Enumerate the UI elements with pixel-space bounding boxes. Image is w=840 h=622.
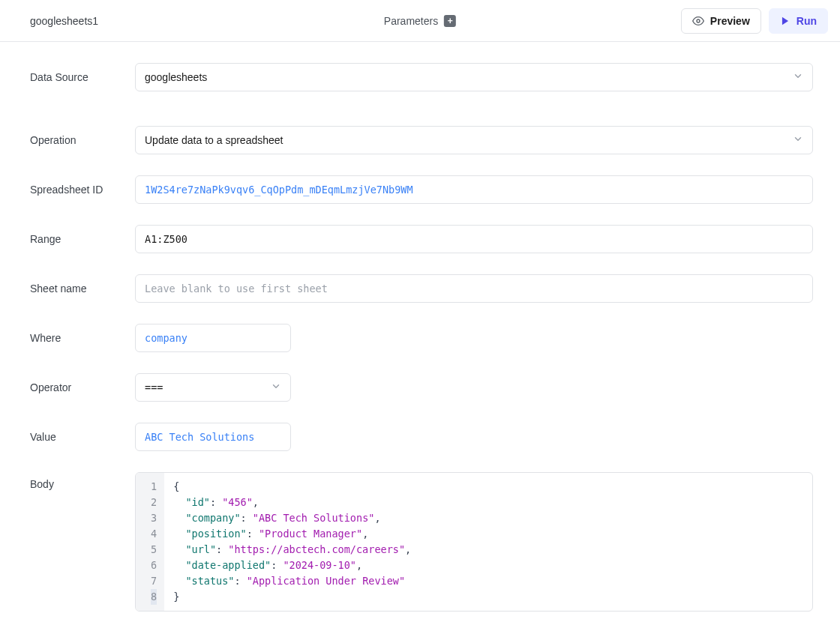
value-input[interactable]: ABC Tech Solutions (135, 423, 291, 451)
body-code-editor[interactable]: 12345678 { "id": "456", "company": "ABC … (135, 472, 813, 612)
chevron-down-icon (793, 134, 803, 147)
code-body: { "id": "456", "company": "ABC Tech Solu… (164, 473, 812, 611)
play-icon (780, 16, 790, 26)
operation-select[interactable]: Update data to a spreadsheet (135, 126, 813, 154)
label-range: Range (30, 233, 135, 245)
label-where: Where (30, 332, 135, 344)
value-field-value: ABC Tech Solutions (145, 431, 254, 443)
run-label: Run (796, 15, 817, 27)
label-body: Body (30, 472, 135, 490)
row-sheet-name: Sheet name Leave blank to use first shee… (30, 274, 813, 303)
data-source-select[interactable]: googlesheets (135, 63, 813, 91)
operation-value: Update data to a spreadsheet (145, 134, 283, 146)
sheet-name-input[interactable]: Leave blank to use first sheet (135, 274, 813, 303)
chevron-down-icon (793, 71, 803, 84)
row-range: Range A1:Z500 (30, 225, 813, 253)
header-center: Parameters + (384, 15, 456, 27)
eye-icon (692, 15, 704, 27)
row-data-source: Data Source googlesheets (30, 63, 813, 91)
operator-select[interactable]: === (135, 373, 291, 402)
header-actions: Preview Run (681, 8, 828, 34)
add-parameter-icon[interactable]: + (444, 15, 456, 27)
run-button[interactable]: Run (769, 8, 828, 34)
row-where: Where company (30, 324, 813, 352)
sheet-name-placeholder: Leave blank to use first sheet (145, 283, 328, 295)
range-input[interactable]: A1:Z500 (135, 225, 813, 253)
form-body: Data Source googlesheets Operation Updat… (0, 42, 840, 622)
label-operator: Operator (30, 381, 135, 393)
label-sheet-name: Sheet name (30, 283, 135, 295)
row-body: Body 12345678 { "id": "456", "company": … (30, 472, 813, 612)
where-input[interactable]: company (135, 324, 291, 352)
label-spreadsheet-id: Spreadsheet ID (30, 184, 135, 196)
row-spreadsheet-id: Spreadsheet ID 1W2S4re7zNaPk9vqv6_CqOpPd… (30, 175, 813, 204)
node-title: googlesheets1 (12, 15, 98, 27)
code-gutter: 12345678 (136, 473, 164, 611)
row-value: Value ABC Tech Solutions (30, 423, 813, 451)
row-operator: Operator === (30, 373, 813, 402)
header-bar: googlesheets1 Parameters + Preview Run (0, 0, 840, 42)
chevron-down-icon (271, 381, 281, 394)
data-source-value: googlesheets (145, 71, 207, 83)
parameters-label: Parameters (384, 15, 438, 27)
svg-point-0 (697, 19, 700, 22)
svg-marker-1 (782, 16, 788, 25)
spreadsheet-id-value: 1W2S4re7zNaPk9vqv6_CqOpPdm_mDEqmLmzjVe7N… (145, 184, 413, 196)
preview-button[interactable]: Preview (681, 8, 761, 34)
where-value: company (145, 332, 188, 344)
label-data-source: Data Source (30, 71, 135, 83)
operator-value: === (145, 381, 163, 393)
range-value: A1:Z500 (145, 233, 188, 245)
label-value: Value (30, 431, 135, 443)
preview-label: Preview (710, 15, 750, 27)
row-operation: Operation Update data to a spreadsheet (30, 126, 813, 154)
label-operation: Operation (30, 134, 135, 146)
spreadsheet-id-input[interactable]: 1W2S4re7zNaPk9vqv6_CqOpPdm_mDEqmLmzjVe7N… (135, 175, 813, 204)
